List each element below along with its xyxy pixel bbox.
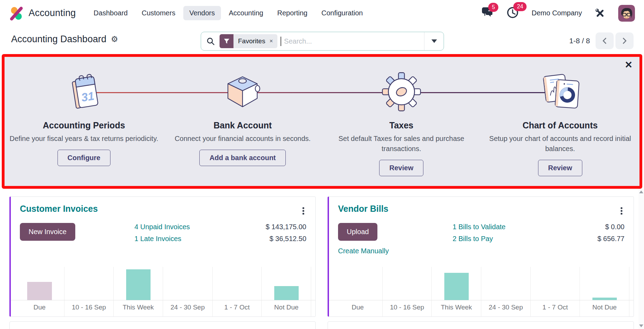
onboarding-step-chart-of-accounts: Chart of Accounts Setup your chart of ac… — [481, 57, 640, 186]
add-bank-account-button[interactable]: Add a bank account — [199, 150, 286, 166]
chart-label: 24 - 30 Sep — [163, 300, 213, 316]
late-invoices-link[interactable]: 1 Late Invoices — [135, 235, 255, 243]
chart-label: 10 - 16 Sep — [64, 300, 114, 316]
settings-gear-icon[interactable]: ⚙ — [111, 35, 118, 44]
bills-to-pay-link[interactable]: 2 Bills to Pay — [453, 235, 587, 243]
avatar-image — [618, 5, 635, 22]
scroll-down-icon[interactable] — [639, 324, 643, 327]
filter-funnel-icon — [220, 34, 233, 48]
unpaid-invoices-amount: $ 143,175.00 — [266, 223, 306, 231]
chart-column[interactable] — [432, 267, 481, 300]
debug-tools-icon[interactable] — [595, 8, 606, 19]
chart-column[interactable] — [64, 267, 114, 300]
vendor-bills-card: Vendor Bills Upload Create Manually 1 Bi… — [328, 196, 634, 317]
step-description: Define your fiscal years & tax returns p… — [10, 134, 158, 144]
kebab-menu-icon[interactable] — [619, 206, 624, 216]
pager-range: 1-8 / 8 — [569, 37, 590, 45]
app-name: Accounting — [29, 8, 76, 18]
chart-column[interactable] — [333, 267, 383, 300]
menu-item-customers[interactable]: Customers — [136, 6, 181, 20]
gear-illustration-icon — [381, 71, 422, 112]
step-description: Connect your financial accounts in secon… — [175, 134, 310, 144]
search-options-toggle[interactable] — [424, 32, 444, 50]
bills-to-validate-amount: $ 0.00 — [597, 223, 624, 231]
chevron-down-icon — [431, 39, 437, 43]
chart-label: 24 - 30 Sep — [481, 300, 531, 316]
kebab-menu-icon[interactable] — [301, 206, 306, 216]
scroll-up-icon[interactable] — [639, 190, 643, 193]
chart-bar[interactable] — [126, 269, 151, 300]
search-input[interactable] — [281, 37, 424, 45]
upload-button[interactable]: Upload — [338, 223, 377, 241]
menu-item-vendors[interactable]: Vendors — [183, 6, 221, 20]
chart-column[interactable] — [262, 267, 311, 300]
chart-label: 1 - 7 Oct — [213, 300, 262, 316]
page-title: Accounting Dashboard — [11, 34, 106, 45]
chart-column[interactable] — [531, 267, 580, 300]
review-chart-of-accounts-button[interactable]: Review — [538, 160, 582, 176]
chart-column[interactable] — [114, 267, 163, 300]
partial-card — [9, 321, 316, 329]
user-avatar[interactable] — [618, 5, 635, 22]
chart-column[interactable] — [580, 267, 629, 300]
app-switcher[interactable]: Accounting — [9, 6, 76, 21]
top-menu: Dashboard Customers Vendors Accounting R… — [88, 6, 369, 20]
close-icon[interactable]: ✕ — [624, 60, 632, 70]
customer-invoices-card: Customer Invoices New Invoice 4 Unpaid I… — [9, 196, 316, 317]
late-invoices-amount: $ 36,512.50 — [266, 235, 306, 243]
step-title: Bank Account — [214, 120, 272, 130]
puzzle-icon — [221, 73, 264, 110]
card-title-link[interactable]: Customer Invoices — [20, 204, 98, 214]
partial-card — [328, 321, 634, 329]
chart-label: Not Due — [580, 300, 629, 316]
vertical-scrollbar[interactable] — [638, 189, 644, 329]
menu-item-dashboard[interactable]: Dashboard — [88, 6, 134, 20]
systray: 5 24 Demo Company — [481, 5, 635, 22]
chart-label: Due — [15, 300, 64, 316]
chart-column[interactable] — [213, 267, 262, 300]
bills-to-validate-link[interactable]: 1 Bills to Validate — [453, 223, 587, 231]
step-title: Taxes — [389, 120, 413, 130]
pager-previous-button[interactable] — [596, 32, 614, 49]
unpaid-invoices-link[interactable]: 4 Unpaid Invoices — [135, 223, 255, 231]
messages-button[interactable]: 5 — [481, 7, 494, 20]
chart-bar[interactable] — [274, 286, 299, 300]
chart-column[interactable] — [163, 267, 213, 300]
next-row-cards — [0, 317, 644, 329]
step-description: Set default Taxes for sales and purchase… — [326, 134, 477, 154]
invoices-bar-chart: Due10 - 16 SepThis Week24 - 30 Sep1 - 7 … — [11, 267, 315, 316]
company-menu[interactable]: Demo Company — [531, 9, 582, 17]
chevron-left-icon — [602, 37, 607, 45]
top-navbar: Accounting Dashboard Customers Vendors A… — [0, 0, 644, 26]
create-manually-link[interactable]: Create Manually — [338, 247, 389, 255]
card-title-link[interactable]: Vendor Bills — [338, 204, 388, 214]
menu-item-reporting[interactable]: Reporting — [271, 6, 314, 20]
charts-panels-icon — [538, 72, 582, 112]
onboarding-step-taxes: Taxes Set default Taxes for sales and pu… — [322, 57, 481, 186]
remove-facet-icon[interactable]: × — [269, 38, 273, 45]
menu-item-accounting[interactable]: Accounting — [223, 6, 269, 20]
review-taxes-button[interactable]: Review — [379, 160, 423, 176]
dashboard-content: Customer Invoices New Invoice 4 Unpaid I… — [0, 189, 644, 317]
chart-label: Due — [333, 300, 383, 316]
chart-bar[interactable] — [444, 273, 469, 300]
new-invoice-button[interactable]: New Invoice — [20, 223, 75, 241]
svg-text:31: 31 — [80, 89, 95, 104]
chart-label: Not Due — [262, 300, 311, 316]
control-panel: Accounting Dashboard ⚙ Favorites × 1-8 /… — [0, 26, 644, 54]
chart-bar[interactable] — [592, 298, 617, 300]
search-icon — [207, 37, 215, 45]
chevron-right-icon — [622, 37, 627, 45]
chart-column[interactable] — [481, 267, 531, 300]
activities-button[interactable]: 24 — [506, 6, 519, 20]
bills-to-pay-amount: $ 656.77 — [597, 235, 624, 243]
pager-next-button[interactable] — [615, 32, 634, 49]
accounting-app-logo-icon — [9, 6, 24, 21]
chart-column[interactable] — [383, 267, 432, 300]
chart-label: 10 - 16 Sep — [383, 300, 432, 316]
chart-bar[interactable] — [27, 282, 52, 300]
chart-column[interactable] — [15, 267, 64, 300]
chart-label: This Week — [432, 300, 481, 316]
configure-button[interactable]: Configure — [58, 150, 110, 166]
menu-item-configuration[interactable]: Configuration — [315, 6, 369, 20]
